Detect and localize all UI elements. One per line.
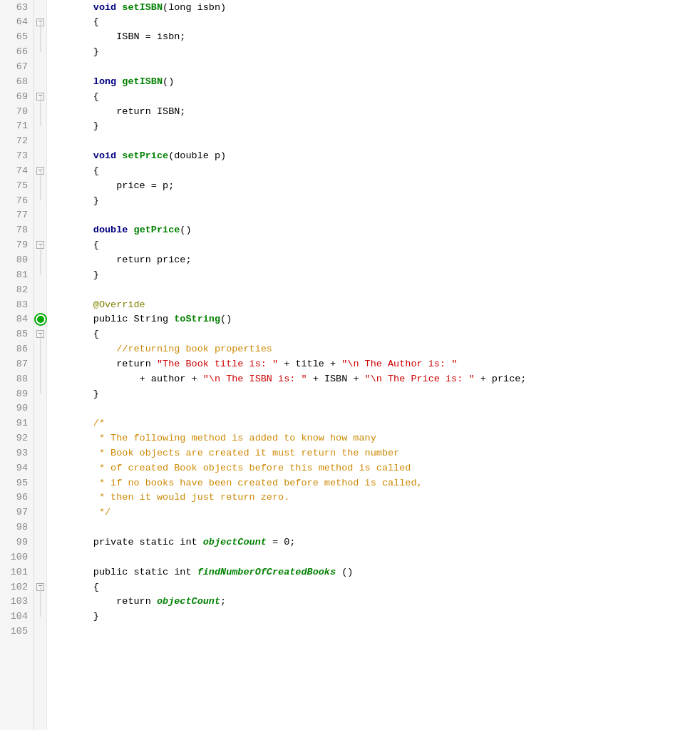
fold-cell [34,550,46,565]
code-line: } [47,45,700,60]
fold-cell [34,475,46,490]
fold-cell[interactable] [34,371,46,386]
line-number: 64 [0,15,34,30]
line-number: 93 [0,446,34,461]
token: public String [47,312,174,327]
fold-cell [34,208,46,223]
line-number: 71 [0,119,34,134]
code-line: { [47,89,700,104]
line-number: 101 [0,565,34,580]
token: } [47,610,99,624]
code-line [47,282,700,297]
code-editor: 6364656667686970717273747576777879808182… [0,0,700,730]
fold-cell [34,565,46,580]
fold-cell [34,282,46,297]
token: void [47,149,122,163]
fold-cell[interactable] [34,45,46,60]
code-line: double getPrice() [47,223,700,238]
fold-cell[interactable] [34,178,46,193]
fold-cell [34,520,46,535]
fold-cell[interactable] [34,119,46,134]
fold-cell[interactable] [34,356,46,371]
token: ; [289,535,295,550]
code-line: } [47,193,700,208]
line-number: 86 [0,341,34,356]
token: objectCount [157,595,220,609]
fold-cell [34,134,46,149]
fold-cell [34,297,46,312]
fold-cell[interactable] [34,341,46,356]
line-number: 78 [0,223,34,238]
code-line: return price; [47,252,700,267]
line-number: 67 [0,59,34,74]
line-number: 94 [0,461,34,475]
code-line: } [47,386,700,401]
debug-breakpoint-icon [36,314,46,324]
token: (long isbn) [163,1,226,15]
line-number: 77 [0,208,34,223]
code-line: */ [47,505,700,520]
line-number: 70 [0,104,34,119]
token: } [47,387,99,401]
token: * Book objects are created it must retur… [47,446,399,461]
token: return ISBN; [47,105,185,119]
fold-cell[interactable]: − [34,238,46,253]
token: void [47,1,122,15]
fold-markers[interactable]: −−−−−− [34,0,47,730]
token: 0 [284,535,289,550]
fold-cell[interactable]: − [34,89,46,104]
token: + title + [278,357,341,371]
token: () [163,75,174,89]
fold-cell[interactable]: − [34,15,46,30]
fold-cell[interactable]: − [34,163,46,178]
line-number: 83 [0,297,34,312]
token: return price; [47,253,192,267]
token: ISBN = isbn; [47,30,185,44]
code-line: * The following method is added to know … [47,431,700,446]
fold-cell[interactable] [34,252,46,267]
fold-cell[interactable] [34,193,46,208]
line-number: 79 [0,238,34,253]
fold-cell[interactable] [34,610,46,624]
token: getPrice [134,223,180,237]
code-line: * of created Book objects before this me… [47,461,700,475]
token: objectCount [203,535,267,550]
line-number: 68 [0,74,34,89]
fold-cell[interactable] [34,386,46,401]
code-line: void setISBN(long isbn) [47,0,700,15]
token: return [47,595,157,609]
line-number: 63 [0,0,34,15]
token: () [336,565,353,580]
line-number: 66 [0,45,34,60]
fold-cell [34,148,46,163]
token: } [47,119,99,133]
fold-cell [34,446,46,461]
line-number: 90 [0,401,34,416]
code-line: { [47,580,700,595]
line-number: 102 [0,580,34,595]
code-line: @Override [47,297,700,312]
token: (double p) [168,149,226,163]
fold-cell[interactable] [34,595,46,610]
code-line: * Book objects are created it must retur… [47,446,700,461]
fold-cell[interactable] [34,267,46,282]
code-line: void setPrice(double p) [47,148,700,163]
code-line [47,520,700,535]
code-line: public static int findNumberOfCreatedBoo… [47,565,700,580]
fold-cell[interactable]: − [34,580,46,595]
line-number: 91 [0,416,34,431]
fold-cell[interactable]: − [34,327,46,342]
fold-cell[interactable] [34,104,46,119]
line-number: 84 [0,312,34,327]
fold-cell[interactable] [34,30,46,45]
code-line: return ISBN; [47,104,700,119]
token: } [47,268,99,282]
token: setPrice [122,149,168,163]
token: () [180,223,191,237]
line-number: 104 [0,610,34,624]
line-number: 76 [0,193,34,208]
token: + author + [47,372,203,386]
token: * of created Book objects before this me… [47,461,411,475]
token: * The following method is added to know … [47,431,376,446]
code-line: * then it would just return zero. [47,490,700,505]
